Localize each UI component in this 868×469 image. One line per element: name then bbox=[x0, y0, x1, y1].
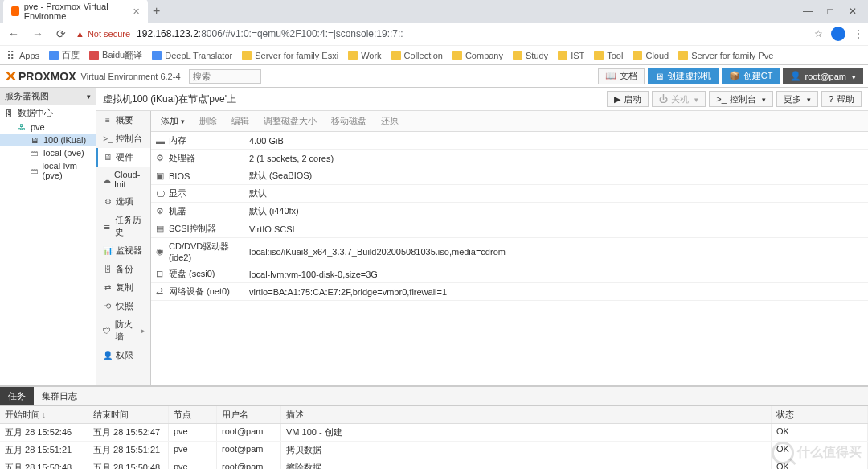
browser-tab[interactable]: pve - Proxmox Virtual Environme ✕ bbox=[3, 0, 148, 24]
bookmark-item[interactable]: DeepL Translator bbox=[152, 51, 232, 60]
create-vm-button[interactable]: 🖥创建虚拟机 bbox=[648, 68, 719, 84]
start-button[interactable]: ▶启动 bbox=[607, 91, 649, 107]
bookmark-item[interactable]: Server for family Pve bbox=[678, 51, 773, 60]
hw-icon: ⚙ bbox=[156, 153, 169, 163]
browser-menu-icon[interactable]: ⋮ bbox=[854, 28, 863, 39]
sidenav-item[interactable]: ≣任务历史 bbox=[96, 211, 150, 241]
resize-disk-button[interactable]: 调整磁盘大小 bbox=[257, 113, 323, 129]
hw-icon: ⇄ bbox=[156, 286, 169, 297]
bookmark-item[interactable]: Cloud bbox=[633, 51, 669, 60]
hw-icon: ◉ bbox=[156, 246, 169, 257]
col-description[interactable]: 描述 bbox=[281, 406, 772, 423]
hardware-row[interactable]: ▤SCSI控制器VirtIO SCSI bbox=[151, 220, 868, 238]
sidenav-item[interactable]: >_控制台 bbox=[96, 130, 150, 148]
shutdown-button[interactable]: ⏻关机 bbox=[652, 91, 706, 107]
add-button[interactable]: 添加 bbox=[154, 113, 191, 129]
hardware-row[interactable]: ◉CD/DVD驱动器 (ide2)local:iso/iKuai8_x64_3.… bbox=[151, 238, 868, 265]
bookmark-item[interactable]: Work bbox=[348, 51, 381, 60]
hardware-row[interactable]: ⚙机器默认 (i440fx) bbox=[151, 203, 868, 220]
tree-storage-locallvm[interactable]: local-lvm (pve) bbox=[0, 159, 96, 182]
proxmox-logo-icon bbox=[5, 68, 17, 85]
proxmox-logo[interactable]: PROXMOX bbox=[5, 68, 76, 85]
folder-icon bbox=[513, 51, 522, 60]
nav-icon: ⚙ bbox=[103, 197, 113, 206]
tab-tasks[interactable]: 任务 bbox=[0, 387, 34, 405]
window-minimize[interactable]: — bbox=[802, 6, 813, 17]
sidenav-item[interactable]: 🗄备份 bbox=[96, 260, 150, 278]
new-tab-button[interactable]: + bbox=[153, 4, 160, 19]
cube-icon: 📦 bbox=[729, 71, 740, 81]
bookmark-item[interactable]: 百度 bbox=[49, 49, 80, 61]
hardware-row[interactable]: 🖵显示默认 bbox=[151, 185, 868, 203]
remove-button[interactable]: 删除 bbox=[193, 113, 223, 129]
col-end-time[interactable]: 结束时间 bbox=[88, 406, 169, 423]
col-user[interactable]: 用户名 bbox=[217, 406, 281, 423]
more-button[interactable]: 更多 bbox=[776, 91, 818, 107]
col-status[interactable]: 状态 bbox=[772, 406, 868, 423]
bookmark-item[interactable]: Company bbox=[452, 51, 503, 60]
revert-button[interactable]: 还原 bbox=[375, 113, 405, 129]
task-row[interactable]: 五月 28 15:50:48五月 28 15:50:48pveroot@pam擦… bbox=[0, 459, 868, 469]
bookmark-item[interactable]: Server for family Esxi bbox=[242, 51, 338, 60]
hardware-row[interactable]: ⚙处理器2 (1 sockets, 2 cores) bbox=[151, 150, 868, 167]
bookmark-item[interactable]: Tool bbox=[594, 51, 623, 60]
tree-node-pve[interactable]: pve bbox=[0, 121, 96, 134]
task-row[interactable]: 五月 28 15:51:21五月 28 15:51:21pveroot@pam拷… bbox=[0, 442, 868, 459]
help-button[interactable]: ?帮助 bbox=[821, 91, 862, 107]
docs-button[interactable]: 📖文档 bbox=[598, 68, 645, 84]
url-field[interactable]: 192.168.123.2:8006/#v1:0:=qemu%2F100:4:=… bbox=[137, 28, 808, 39]
server-view-header[interactable]: 服务器视图 ▾ bbox=[0, 88, 96, 105]
window-controls: — □ ✕ bbox=[802, 6, 865, 17]
col-start-time[interactable]: 开始时间 bbox=[0, 406, 88, 423]
log-rows: 五月 28 15:52:46五月 28 15:52:47pveroot@pamV… bbox=[0, 424, 868, 469]
resource-tree: 数据中心 pve 100 (iKuai) local (pve) local-l… bbox=[0, 105, 96, 385]
sidenav-item[interactable]: 🛡防火墙▸ bbox=[96, 315, 150, 346]
hardware-row[interactable]: ⇄网络设备 (net0)virtio=BA:A1:75:CA:E7:2F,bri… bbox=[151, 283, 868, 301]
sidenav-item[interactable]: ⚙选项 bbox=[96, 192, 150, 211]
server-tree-pane: 服务器视图 ▾ 数据中心 pve 100 (iKuai) local (pve)… bbox=[0, 88, 96, 385]
bookmark-star-icon[interactable]: ☆ bbox=[814, 28, 823, 39]
sidenav-item[interactable]: ≡概要 bbox=[96, 111, 150, 130]
tree-datacenter[interactable]: 数据中心 bbox=[0, 105, 96, 121]
create-ct-button[interactable]: 📦创建CT bbox=[722, 68, 780, 84]
col-node[interactable]: 节点 bbox=[169, 406, 217, 423]
hardware-row[interactable]: ▣BIOS默认 (SeaBIOS) bbox=[151, 167, 868, 185]
nav-icon: 🗄 bbox=[103, 265, 113, 274]
sidenav-item[interactable]: ⇄复制 bbox=[96, 278, 150, 297]
edit-button[interactable]: 编辑 bbox=[225, 113, 256, 129]
console-button[interactable]: >_控制台 bbox=[709, 91, 773, 107]
bookmark-item[interactable]: Study bbox=[513, 51, 548, 60]
tree-vm-100[interactable]: 100 (iKuai) bbox=[0, 134, 96, 146]
bookmark-item[interactable]: Collection bbox=[391, 51, 443, 60]
book-icon: 📖 bbox=[605, 71, 616, 81]
task-row[interactable]: 五月 28 15:52:46五月 28 15:52:47pveroot@pamV… bbox=[0, 424, 868, 442]
window-close[interactable]: ✕ bbox=[847, 6, 858, 17]
move-disk-button[interactable]: 移动磁盘 bbox=[325, 113, 373, 129]
monitor-icon: 🖥 bbox=[655, 72, 664, 81]
window-maximize[interactable]: □ bbox=[825, 6, 836, 17]
task-log-panel: 任务 集群日志 开始时间 结束时间 节点 用户名 描述 状态 五月 28 15:… bbox=[0, 385, 868, 469]
sidenav-item[interactable]: ☁Cloud-Init bbox=[96, 167, 150, 192]
bookmark-item[interactable]: Apps bbox=[6, 51, 39, 60]
tree-storage-local[interactable]: local (pve) bbox=[0, 146, 96, 159]
search-input[interactable] bbox=[189, 69, 261, 84]
user-menu-button[interactable]: 👤root@pam bbox=[783, 68, 863, 84]
hardware-row[interactable]: ⊟硬盘 (scsi0)local-lvm:vm-100-disk-0,size=… bbox=[151, 265, 868, 283]
nav-reload[interactable]: ⟳ bbox=[53, 27, 69, 40]
tab-cluster-log[interactable]: 集群日志 bbox=[34, 387, 85, 405]
sidenav-item[interactable]: 📊监视器 bbox=[96, 241, 150, 260]
terminal-icon: >_ bbox=[716, 94, 727, 104]
hardware-grid: ▬内存4.00 GiB⚙处理器2 (1 sockets, 2 cores)▣BI… bbox=[151, 132, 868, 385]
sidenav-item[interactable]: ⟲快照 bbox=[96, 297, 150, 315]
profile-avatar[interactable] bbox=[831, 27, 845, 41]
bookmark-item[interactable]: Baidu翻译 bbox=[89, 49, 142, 61]
hardware-row[interactable]: ▬内存4.00 GiB bbox=[151, 132, 868, 150]
bookmark-item[interactable]: IST bbox=[558, 51, 584, 60]
nav-forward[interactable]: → bbox=[29, 27, 47, 40]
nav-back[interactable]: ← bbox=[5, 27, 23, 40]
user-icon: 👤 bbox=[790, 71, 801, 81]
not-secure-indicator[interactable]: ▲ Not secure bbox=[76, 29, 130, 39]
sidenav-item[interactable]: 👤权限 bbox=[96, 346, 150, 364]
tab-close-icon[interactable]: ✕ bbox=[133, 6, 140, 17]
sidenav-item[interactable]: 🖥硬件 bbox=[96, 148, 150, 167]
